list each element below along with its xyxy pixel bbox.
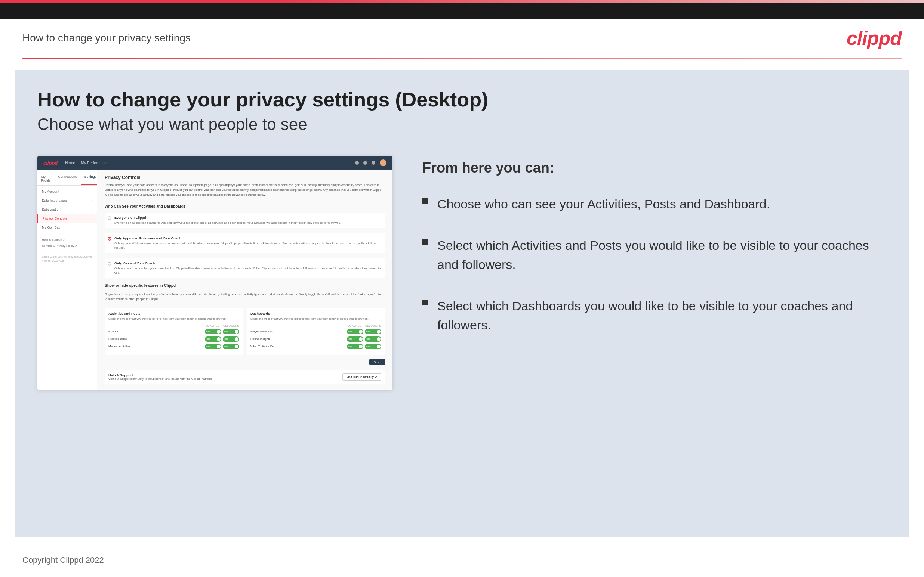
visit-community-button[interactable]: Visit Our Community ↗	[342, 374, 381, 380]
toggle-knob	[377, 337, 381, 341]
radio-everyone-desc: Everyone on Clippd can search for you an…	[115, 221, 341, 225]
radio-only-you-label: Only You and Your Coach	[115, 261, 382, 265]
list-item: Select which Dashboards you would like t…	[422, 297, 887, 335]
toggle-label-rounds: Rounds	[108, 330, 205, 333]
radio-button-followers-coach[interactable]	[108, 237, 111, 240]
notifications-icon[interactable]	[372, 161, 375, 165]
radio-everyone[interactable]: Everyone on Clippd Everyone on Clippd ca…	[105, 213, 385, 228]
who-can-see-title: Who Can See Your Activities and Dashboar…	[105, 204, 385, 208]
toggle-player-followers[interactable]: ON	[365, 329, 381, 334]
dashboards-coaches-header: COACHES	[346, 324, 363, 327]
nav-home[interactable]: Home	[65, 161, 75, 165]
toggle-work-coaches[interactable]: ON	[347, 344, 363, 349]
clippd-logo: clippd	[846, 27, 901, 49]
toggle-label-practice-drills: Practice Drills	[108, 337, 205, 341]
toggle-knob	[359, 345, 363, 348]
sidebar-item-label: Privacy Controls	[43, 217, 67, 220]
help-section: Help & Support Visit our Clippd communit…	[105, 370, 385, 384]
activities-posts-title: Activities and Posts	[108, 312, 239, 316]
app-nav: clippd Home My Performance	[37, 156, 393, 169]
nav-my-performance[interactable]: My Performance	[81, 161, 108, 165]
toggle-knob	[217, 330, 221, 334]
radio-only-you-desc: Only you and the coaches you connect wit…	[115, 266, 382, 275]
page-title: How to change your privacy settings	[23, 32, 191, 44]
text-column: From here you can: Choose who can see yo…	[422, 156, 887, 335]
toggle-practice-coaches[interactable]: ON	[205, 337, 221, 342]
toggle-knob	[235, 337, 239, 341]
sidebar-item-my-golf-bag[interactable]: My Golf Bag ›	[37, 223, 97, 232]
sidebar-item-privacy-controls[interactable]: Privacy Controls ›	[37, 214, 97, 223]
radio-everyone-content: Everyone on Clippd Everyone on Clippd ca…	[115, 216, 341, 225]
radio-followers-desc: Only approved followers and coaches you …	[115, 241, 382, 250]
sidebar-item-my-account[interactable]: My Account ›	[37, 187, 97, 196]
sidebar-tabs: My Profile Connections Settings	[37, 172, 97, 185]
chevron-right-icon: ›	[91, 226, 92, 229]
list-item: Choose who can see your Activities, Post…	[422, 195, 887, 214]
content-columns: clippd Home My Performance	[37, 156, 887, 389]
sidebar-item-data-integrations[interactable]: Data Integrations ›	[37, 196, 97, 205]
main-subheading: Choose what you want people to see	[37, 115, 887, 134]
sidebar-item-subscription[interactable]: Subscription ›	[37, 205, 97, 214]
radio-button-everyone[interactable]	[108, 216, 111, 220]
toggle-manual-followers[interactable]: ON	[223, 344, 239, 349]
sidebar-tab-connections[interactable]: Connections	[55, 172, 81, 185]
toggle-player-coaches[interactable]: ON	[347, 329, 363, 334]
bullet-marker	[422, 300, 428, 306]
dashboards-title: Dashboards	[250, 312, 381, 316]
screenshot-column: clippd Home My Performance	[37, 156, 393, 389]
privacy-policy-link[interactable]: Service & Privacy Policy ↗	[42, 243, 92, 249]
radio-everyone-label: Everyone on Clippd	[115, 216, 341, 219]
toggle-rounds-coaches[interactable]: ON	[205, 329, 221, 334]
show-hide-title: Show or hide specific features in Clippd	[105, 284, 385, 288]
toggle-work-followers[interactable]: ON	[365, 344, 381, 349]
bullet-text-1: Choose who can see your Activities, Post…	[437, 195, 770, 214]
help-title: Help & Support	[108, 374, 213, 377]
toggle-row-player-dashboard: Player Dashboard ON ON	[250, 329, 381, 334]
privacy-controls-description: Control how you and your data appears to…	[105, 183, 385, 197]
dashboards-col-spacer	[250, 324, 346, 327]
activities-posts-card: Activities and Posts Select the types of…	[105, 308, 243, 355]
radio-button-only-you[interactable]	[108, 262, 111, 266]
top-bar	[0, 0, 924, 19]
toggle-label-what-to-work-on: What To Work On	[250, 345, 347, 348]
copyright-text: Copyright Clippd 2022	[23, 555, 104, 565]
toggle-practice-followers[interactable]: ON	[223, 337, 239, 342]
radio-followers-label: Only Approved Followers and Your Coach	[115, 236, 382, 240]
toggle-round-coaches[interactable]: ON	[347, 337, 363, 342]
settings-icon[interactable]	[363, 161, 367, 165]
toggle-label-manual-activities: Manual Activities	[108, 345, 205, 348]
toggle-manual-coaches[interactable]: ON	[205, 344, 221, 349]
help-support-link[interactable]: Help & Support ↗	[42, 236, 92, 243]
toggle-round-followers[interactable]: ON	[365, 337, 381, 342]
sidebar-tab-my-profile[interactable]: My Profile	[37, 172, 55, 185]
sidebar-item-label: Data Integrations	[42, 199, 68, 202]
chevron-right-icon: ›	[91, 199, 92, 202]
activities-header-row: COACHES FOLLOWERS	[108, 324, 239, 327]
sidebar-item-label: Subscription	[42, 208, 61, 211]
bullet-marker	[422, 198, 428, 203]
toggle-knob	[235, 330, 239, 334]
activities-followers-header: FOLLOWERS	[221, 324, 239, 327]
main-heading: How to change your privacy settings (Des…	[37, 89, 887, 111]
activities-col-spacer	[108, 324, 204, 327]
bullet-list: Choose who can see your Activities, Post…	[422, 195, 887, 335]
radio-only-you[interactable]: Only You and Your Coach Only you and the…	[105, 258, 385, 278]
privacy-controls-title: Privacy Controls	[105, 175, 385, 180]
toggle-knob	[377, 330, 381, 334]
toggle-label-player-dashboard: Player Dashboard	[250, 330, 347, 333]
help-description: Visit our Clippd community to troublesho…	[108, 377, 213, 380]
chevron-right-icon: ›	[91, 190, 92, 193]
header: How to change your privacy settings clip…	[0, 19, 924, 58]
bullet-text-2: Select which Activities and Posts you wo…	[437, 236, 887, 274]
toggle-section: Activities and Posts Select the types of…	[105, 308, 385, 355]
save-button[interactable]: Save	[369, 359, 385, 365]
avatar[interactable]	[380, 160, 386, 166]
header-divider	[23, 58, 901, 59]
footer: Copyright Clippd 2022	[0, 548, 924, 572]
radio-followers-content: Only Approved Followers and Your Coach O…	[115, 236, 382, 250]
app-main-panel: Privacy Controls Control how you and you…	[97, 169, 393, 389]
toggle-row-manual-activities: Manual Activities ON ON	[108, 344, 239, 349]
toggle-rounds-followers[interactable]: ON	[223, 329, 239, 334]
search-icon[interactable]	[355, 161, 359, 165]
radio-followers-coach[interactable]: Only Approved Followers and Your Coach O…	[105, 234, 385, 253]
